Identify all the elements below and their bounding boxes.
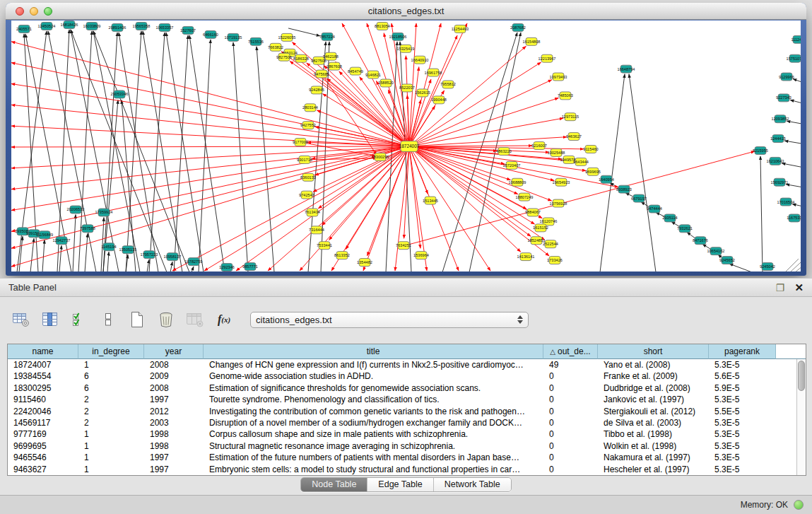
table-row[interactable]: 1872400712008Changes of HCN gene express… xyxy=(8,359,796,370)
graph-node[interactable]: 17016504 xyxy=(777,198,795,206)
graph-node[interactable]: 1536964 xyxy=(413,252,429,259)
graph-node[interactable]: 7955812 xyxy=(440,81,456,88)
float-panel-icon[interactable]: ❐ xyxy=(776,282,785,293)
graph-node[interactable]: 1354482 xyxy=(357,259,372,267)
graph-node[interactable]: 17957223 xyxy=(141,251,158,259)
graph-node[interactable]: 12973115 xyxy=(562,113,579,121)
graph-node[interactable]: 11156849 xyxy=(36,231,53,239)
tab-edge-table[interactable]: Edge Table xyxy=(367,478,433,491)
graph-node[interactable]: 7634251 xyxy=(396,242,411,250)
graph-node[interactable]: 16648794 xyxy=(618,65,635,73)
close-window-button[interactable] xyxy=(16,7,24,16)
table-row[interactable]: 1456911722003Disruption of a novel membe… xyxy=(8,417,796,428)
graph-node[interactable]: 9177004 xyxy=(293,139,308,146)
graph-node[interactable]: 12450524 xyxy=(38,22,56,30)
graph-node[interactable]: 10688809 xyxy=(509,178,526,186)
graph-node[interactable]: 9427552 xyxy=(300,122,316,129)
graph-node[interactable]: 9463627 xyxy=(566,133,582,141)
row-height-icon[interactable] xyxy=(98,310,118,329)
graph-node[interactable]: 8454749 xyxy=(348,67,363,75)
graph-node[interactable]: 17359924 xyxy=(95,209,113,216)
graph-node[interactable]: 16640910 xyxy=(411,56,429,64)
graph-node[interactable]: 15751074 xyxy=(787,54,801,62)
graph-node[interactable]: 1733426 xyxy=(547,257,563,264)
column-checklist-icon[interactable] xyxy=(69,310,89,329)
graph-node[interactable]: 10719135 xyxy=(225,33,242,41)
graph-node[interactable]: 1292346 xyxy=(219,264,235,271)
graph-node[interactable]: 9475685 xyxy=(314,70,329,78)
graph-node[interactable]: 7613434 xyxy=(305,209,320,216)
graph-node[interactable]: 10653357 xyxy=(156,23,174,31)
window-titlebar[interactable]: citations_edges.txt xyxy=(6,3,806,20)
graph-node[interactable]: 9827506 xyxy=(276,53,292,61)
table-row[interactable]: 969969511998Structural magnetic resonanc… xyxy=(8,440,796,452)
graph-node[interactable]: 8360133 xyxy=(300,173,316,181)
graph-node[interactable]: 8186328 xyxy=(293,54,309,62)
graph-node[interactable]: 12213967 xyxy=(539,54,556,62)
graph-node[interactable]: 9242845 xyxy=(309,86,324,94)
graph-node[interactable]: 9115460 xyxy=(583,146,598,153)
graph-node[interactable]: 2935114 xyxy=(662,214,677,222)
graph-node[interactable]: 9227343 xyxy=(776,94,792,102)
graph-node[interactable]: 9146821 xyxy=(365,71,381,78)
table-row[interactable]: 1938455462009Genome-wide association stu… xyxy=(8,370,796,382)
tab-node-table[interactable]: Node Table xyxy=(301,478,367,491)
graph-node[interactable]: 16210643 xyxy=(767,157,784,165)
table-mode-icon[interactable] xyxy=(11,310,31,329)
graph-node[interactable]: 8613352 xyxy=(334,252,350,259)
graph-node[interactable]: 19565358 xyxy=(133,22,151,30)
graph-node[interactable]: 19218506 xyxy=(389,33,407,40)
graph-node[interactable]: 6466160 xyxy=(203,30,218,38)
graph-node[interactable]: 7857224 xyxy=(319,33,335,40)
graph-node[interactable]: 1527607 xyxy=(180,26,196,34)
graph-node[interactable]: 8522037 xyxy=(399,84,415,92)
graph-node[interactable]: 15692971 xyxy=(771,178,789,186)
graph-node[interactable]: 7485063 xyxy=(558,92,573,100)
graph-node[interactable]: 9857771 xyxy=(242,263,258,271)
graph-node[interactable]: 2405571 xyxy=(16,25,32,33)
table-row[interactable]: 946554611997Estimation of the future num… xyxy=(8,452,796,463)
table-row[interactable]: 2242004622012Investigating the contribut… xyxy=(8,406,796,417)
graph-node[interactable]: 10973493 xyxy=(550,73,567,81)
graph-node[interactable]: 9884067 xyxy=(525,209,541,216)
graph-node[interactable]: 1562615 xyxy=(415,89,430,97)
column-header-in_degree[interactable]: in_degree xyxy=(78,344,144,359)
graph-node[interactable]: 9699695 xyxy=(585,168,601,175)
graph-node[interactable]: 18300295 xyxy=(372,153,389,160)
tab-network-table[interactable]: Network Table xyxy=(434,478,511,491)
graph-node[interactable]: 1990448 xyxy=(431,96,447,104)
function-builder-icon[interactable]: f(x) xyxy=(214,310,234,329)
table-row[interactable]: 977716911998Corpus callosum shape and si… xyxy=(8,428,796,440)
zoom-window-button[interactable] xyxy=(44,7,52,16)
graph-node[interactable]: 6679197 xyxy=(631,194,647,202)
graph-node[interactable]: 15325419 xyxy=(397,45,415,52)
column-header-out_degree[interactable]: △out_de... xyxy=(543,344,598,359)
graph-node[interactable]: 1112404 xyxy=(792,35,801,43)
graph-node[interactable]: 1513445 xyxy=(423,197,438,204)
network-canvas[interactable]: 2405571124505241681842616033809208914061… xyxy=(11,21,801,271)
graph-node[interactable]: 7663822 xyxy=(268,43,283,51)
column-header-pagerank[interactable]: pagerank xyxy=(709,344,776,359)
graph-node[interactable]: 1615152 xyxy=(533,224,548,232)
column-header-year[interactable]: year xyxy=(144,344,204,359)
graph-node[interactable]: 18807249 xyxy=(516,193,534,201)
graph-node[interactable]: 2087682 xyxy=(510,23,526,31)
graph-node[interactable]: 7316444 xyxy=(309,226,324,234)
graph-node[interactable]: 19654923 xyxy=(553,178,570,186)
table-row[interactable]: 1830029562008Estimation of significance … xyxy=(8,382,796,394)
graph-node[interactable]: 2803144 xyxy=(302,104,318,112)
graph-node[interactable]: 10958137 xyxy=(164,253,182,261)
graph-node[interactable]: 1640954 xyxy=(599,175,614,183)
minimize-window-button[interactable] xyxy=(30,7,38,16)
graph-node[interactable]: 10025488 xyxy=(548,148,565,156)
graph-node[interactable]: 9301716 xyxy=(297,156,312,163)
graph-node[interactable]: 15226055 xyxy=(278,33,296,41)
table-row[interactable]: 911546021997Tourette syndrome. Phenomeno… xyxy=(8,394,796,405)
delete-table-icon[interactable] xyxy=(156,310,176,329)
graph-node[interactable]: 16154808 xyxy=(523,37,541,45)
graph-node[interactable]: 7397588 xyxy=(80,225,95,233)
graph-node[interactable]: 1167533 xyxy=(787,214,801,222)
graph-node[interactable]: 5462188 xyxy=(323,52,339,60)
graph-node[interactable]: 20891406 xyxy=(109,23,126,31)
graph-node[interactable]: 15720407 xyxy=(503,161,521,169)
